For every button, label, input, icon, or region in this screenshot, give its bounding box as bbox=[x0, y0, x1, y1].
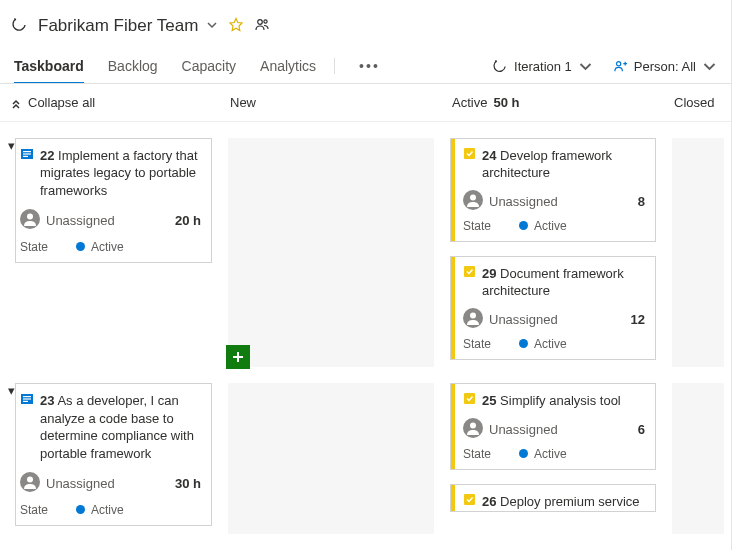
tab-bar: Taskboard Backlog Capacity Analytics •••… bbox=[0, 48, 731, 84]
iteration-picker[interactable]: Iteration 1 bbox=[493, 59, 593, 74]
svg-rect-12 bbox=[464, 266, 475, 277]
task-icon bbox=[463, 392, 476, 410]
svg-rect-6 bbox=[23, 155, 28, 156]
new-dropzone[interactable] bbox=[228, 138, 434, 368]
svg-rect-5 bbox=[23, 153, 31, 154]
column-header-new: New bbox=[220, 84, 442, 122]
svg-rect-21 bbox=[464, 393, 475, 404]
svg-rect-17 bbox=[23, 399, 31, 400]
chevron-down-icon bbox=[702, 59, 717, 74]
backlog-hours: 30 h bbox=[175, 476, 201, 491]
tab-divider bbox=[334, 58, 335, 74]
task-hours: 6 bbox=[638, 422, 645, 437]
column-header-active: Active 50 h bbox=[442, 84, 664, 122]
avatar-icon bbox=[463, 308, 483, 331]
task-icon bbox=[463, 265, 476, 283]
add-task-button[interactable] bbox=[226, 345, 250, 369]
iteration-icon bbox=[12, 17, 28, 36]
closed-dropzone[interactable] bbox=[672, 138, 724, 368]
pbi-icon bbox=[20, 392, 34, 462]
task-hours: 12 bbox=[631, 312, 645, 327]
new-dropzone[interactable] bbox=[228, 383, 434, 534]
task-card[interactable]: 26 Deploy premium service for code analy… bbox=[450, 484, 656, 512]
row-collapse-toggle[interactable]: ▾ bbox=[8, 383, 15, 526]
task-icon bbox=[463, 147, 476, 165]
svg-point-11 bbox=[470, 194, 476, 200]
svg-rect-18 bbox=[23, 401, 28, 402]
backlog-hours: 20 h bbox=[175, 213, 201, 228]
chevron-down-icon bbox=[578, 59, 593, 74]
team-name[interactable]: Fabrikam Fiber Team bbox=[38, 16, 218, 36]
collapse-icon bbox=[10, 97, 22, 109]
team-header: Fabrikam Fiber Team bbox=[0, 0, 731, 48]
backlog-card[interactable]: 23 As a developer, I can analyze a code … bbox=[15, 383, 212, 526]
task-icon bbox=[463, 493, 476, 511]
svg-point-0 bbox=[258, 19, 263, 24]
avatar-icon bbox=[463, 190, 483, 213]
person-icon bbox=[613, 59, 628, 74]
svg-point-14 bbox=[470, 312, 476, 318]
tab-analytics[interactable]: Analytics bbox=[260, 48, 316, 84]
backlog-card[interactable]: 22 Implement a factory that migrates leg… bbox=[15, 138, 212, 264]
pbi-icon bbox=[20, 147, 34, 200]
column-header-closed: Closed bbox=[664, 84, 731, 122]
person-filter[interactable]: Person: All bbox=[613, 59, 717, 74]
people-icon[interactable] bbox=[254, 17, 270, 36]
svg-point-8 bbox=[27, 214, 33, 220]
svg-point-23 bbox=[470, 422, 476, 428]
iteration-icon bbox=[493, 59, 508, 74]
state-label: State bbox=[20, 240, 48, 254]
tab-backlog[interactable]: Backlog bbox=[108, 48, 158, 84]
row-collapse-toggle[interactable]: ▾ bbox=[8, 138, 15, 264]
svg-rect-9 bbox=[464, 148, 475, 159]
svg-rect-4 bbox=[23, 151, 31, 152]
more-menu[interactable]: ••• bbox=[359, 58, 380, 74]
collapse-all[interactable]: Collapse all bbox=[0, 84, 220, 122]
tab-capacity[interactable]: Capacity bbox=[182, 48, 236, 84]
taskboard: Collapse all New Active 50 h Closed ▾ 22… bbox=[0, 84, 731, 542]
assignee: Unassigned bbox=[46, 213, 115, 228]
svg-rect-16 bbox=[23, 396, 31, 397]
avatar-icon bbox=[463, 418, 483, 441]
tab-taskboard[interactable]: Taskboard bbox=[14, 48, 84, 84]
task-card[interactable]: 25 Simplify analysis tool Unassigned 6 S… bbox=[450, 383, 656, 470]
svg-rect-24 bbox=[464, 494, 475, 505]
avatar-icon bbox=[20, 472, 40, 495]
svg-point-1 bbox=[264, 19, 267, 22]
state-value: Active bbox=[76, 240, 124, 254]
svg-point-2 bbox=[616, 61, 620, 65]
star-icon[interactable] bbox=[228, 17, 244, 36]
task-card[interactable]: 29 Document framework architecture Unass… bbox=[450, 256, 656, 360]
task-card[interactable]: 24 Develop framework architecture Unassi… bbox=[450, 138, 656, 242]
svg-point-20 bbox=[27, 477, 33, 483]
closed-dropzone[interactable] bbox=[672, 383, 724, 534]
task-hours: 8 bbox=[638, 194, 645, 209]
avatar-icon bbox=[20, 209, 40, 232]
chevron-down-icon bbox=[206, 16, 218, 36]
